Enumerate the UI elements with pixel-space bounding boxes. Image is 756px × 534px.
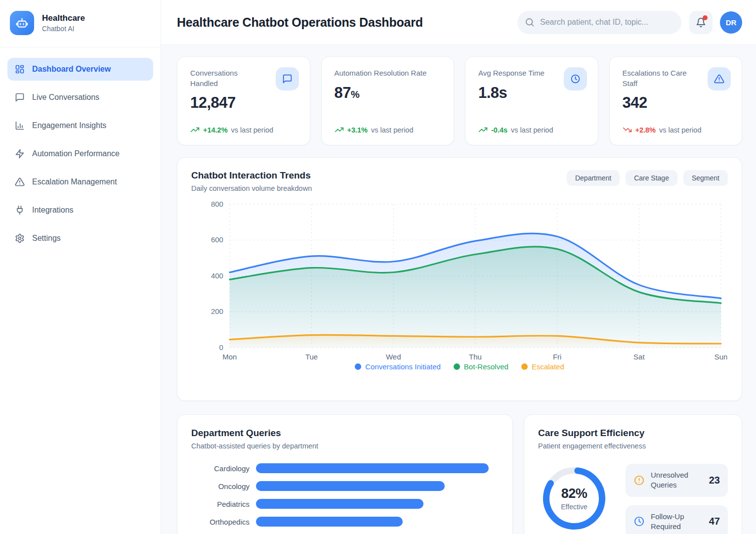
legend-bot-resolved[interactable]: Bot-Resolved [454,362,508,371]
alert-circle-icon [633,475,645,486]
sidebar-item-escalation-management[interactable]: Escalation Management [7,171,153,193]
legend-dot [355,363,361,370]
clock-icon [633,516,645,527]
kpi-card-avg-response-time: Avg Response Time 1.8s -0.4s vs last per… [465,56,598,145]
trends-subtitle: Daily conversation volume breakdown [191,184,312,192]
stat-follow-up-required: Follow-Up Required 47 [626,505,728,534]
alert-triangle-icon [708,67,731,90]
sidebar-item-label: Automation Performance [32,149,120,158]
bar-chart-icon [15,121,25,131]
svg-text:Wed: Wed [386,353,401,361]
trend-filters: Department Care Stage Segment [567,170,728,186]
svg-text:400: 400 [211,271,223,280]
trending-up-icon [190,125,200,134]
bar-cardiology [256,463,489,473]
sidebar-item-live-conversations[interactable]: Live Conversations [7,86,153,109]
legend-dot [521,363,528,370]
svg-text:Mon: Mon [222,353,237,361]
kpi-trend: +2.8% vs last period [623,125,730,134]
kpi-trend: +14.2% vs last period [190,125,298,134]
kpi-label: Automation Resolution Rate [335,68,442,79]
main-area: Healthcare Chatbot Operations Dashboard … [161,0,756,534]
notification-dot [703,15,708,20]
kpi-trend-value: +14.2% [203,126,228,134]
stat-unresolved-queries: Unresolved Queries 23 [626,464,728,497]
kpi-card-escalations-to-care-staff: Escalations to Care Staff 342 +2.8% vs l… [609,56,743,145]
kpi-label: Conversations Handled [190,68,265,89]
sidebar-item-label: Dashboard Overview [32,65,111,74]
kpi-trend-note: vs last period [371,126,413,134]
svg-text:Sun: Sun [714,353,728,361]
sidebar-item-label: Live Conversations [32,93,99,102]
legend-conversations-initiated[interactable]: Conversations Initiated [355,362,441,371]
brand-name: Healthcare [42,13,85,23]
search-icon [525,17,535,27]
app-root: Healthcare Chatbot AI Dashboard Overview… [0,0,756,534]
svg-text:Fri: Fri [553,353,561,361]
filter-segment-button[interactable]: Segment [683,170,728,186]
search-input[interactable] [517,11,681,34]
sidebar-item-label: Integrations [32,206,74,215]
department-queries-panel: Department Queries Chatbot-assisted quer… [177,414,513,534]
bar-row-oncology: Oncology [191,481,489,491]
interaction-trends-panel: Chatbot Interaction Trends Daily convers… [177,157,742,401]
sidebar-item-engagement-insights[interactable]: Engagement Insights [7,114,153,137]
sidebar: Healthcare Chatbot AI Dashboard Overview… [0,0,161,534]
alert-triangle-icon [15,177,25,187]
svg-text:600: 600 [211,235,223,244]
kpi-trend-note: vs last period [231,126,273,134]
trends-title: Chatbot Interaction Trends [191,170,312,181]
notification-button[interactable] [689,11,713,34]
sidebar-item-settings[interactable]: Settings [7,227,153,250]
sidebar-item-label: Escalation Management [32,178,117,186]
bar-pediatrics [256,499,423,509]
kpi-trend: -0.4s vs last period [478,125,586,134]
svg-text:800: 800 [211,200,223,208]
stat-value: 23 [709,475,720,486]
bar-orthopedics [256,517,403,527]
page-title: Healthcare Chatbot Operations Dashboard [177,15,517,30]
brand-subtitle: Chatbot AI [42,25,85,33]
clock-icon [564,67,587,90]
stat-value: 47 [709,516,720,527]
legend-escalated[interactable]: Escalated [521,362,564,371]
gear-icon [15,233,25,243]
sidebar-item-dashboard-overview[interactable]: Dashboard Overview [7,58,153,81]
sidebar-item-integrations[interactable]: Integrations [7,199,153,222]
department-queries-title: Department Queries [191,428,499,439]
department-queries-subtitle: Chatbot-assisted queries by department [191,442,499,450]
grid-icon [15,64,25,74]
kpi-trend: +3.1% vs last period [335,125,442,134]
care-efficiency-subtitle: Patient engagement effectiveness [538,442,728,450]
plug-icon [15,205,25,215]
care-stats-list: Unresolved Queries 23 Follow-Up Required… [626,464,728,534]
kpi-trend-value: -0.4s [491,126,507,134]
bar-row-cardiology: Cardiology [191,463,489,473]
legend-dot [454,363,460,370]
chat-bubble-icon [276,67,299,90]
bar-row-pediatrics: Pediatrics [191,499,489,509]
svg-text:200: 200 [211,307,223,315]
svg-text:Sat: Sat [633,353,645,361]
kpi-value: 12,847 [190,94,298,112]
care-support-efficiency-panel: Care Support Efficiency Patient engageme… [524,414,742,534]
donut-percentage: 82% [561,486,588,501]
chat-bubble-icon [15,92,25,102]
lightning-icon [15,149,25,159]
interaction-trends-chart: 0200400600800MonTueWedThuFriSatSun [191,198,728,361]
sidebar-item-automation-performance[interactable]: Automation Performance [7,142,153,165]
bar-row-orthopedics: Orthopedics [191,517,489,527]
kpi-value-unit: % [351,89,359,100]
kpi-row: Conversations Handled 12,847 +14.2% vs l… [177,56,742,145]
sidebar-item-label: Engagement Insights [32,121,106,130]
filter-department-button[interactable]: Department [567,170,620,186]
robot-icon [10,11,34,35]
kpi-value: 87% [335,84,442,102]
trending-up-icon [335,125,344,134]
kpi-value: 342 [623,94,730,112]
filter-care-stage-button[interactable]: Care Stage [626,170,677,186]
avatar[interactable]: DR [720,11,742,34]
donut-sublabel: Effective [561,503,587,511]
topbar: Healthcare Chatbot Operations Dashboard … [161,0,756,45]
care-efficiency-title: Care Support Efficiency [538,428,728,439]
